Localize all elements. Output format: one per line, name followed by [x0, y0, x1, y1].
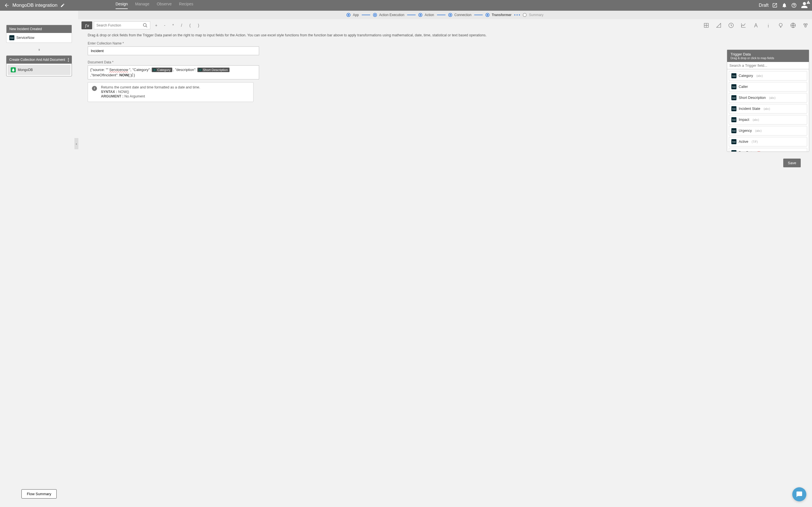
flow-summary-button[interactable]: Flow Summary — [21, 489, 57, 499]
trigger-field[interactable]: nowUrgency(abc) — [729, 126, 807, 135]
nav-manage[interactable]: Manage — [135, 2, 149, 9]
trigger-card-title: New Incident Created — [9, 27, 42, 31]
edit-icon[interactable] — [60, 3, 65, 8]
servicenow-icon: now — [731, 150, 737, 152]
servicenow-icon: now — [731, 73, 737, 78]
action-card-title: Create Collection And Add Document — [9, 58, 65, 62]
svg-point-3 — [779, 23, 782, 26]
trigger-search[interactable] — [727, 62, 809, 69]
servicenow-icon: now — [731, 84, 737, 89]
trigger-panel-title: Trigger Data — [730, 52, 806, 56]
globe-icon[interactable] — [790, 22, 796, 29]
trigger-field[interactable]: nowActive(T/F) — [729, 137, 807, 147]
svg-point-5 — [804, 24, 806, 25]
flow-sidebar: New Incident Created now ServiceNow Crea… — [0, 19, 78, 507]
servicenow-icon: now — [731, 139, 737, 144]
wizard-step-summary[interactable]: Summary — [523, 13, 543, 17]
op-minus[interactable]: - — [160, 21, 169, 29]
trigger-panel-subtitle: Drag & drop or click to map fields — [730, 56, 806, 60]
chart-icon[interactable] — [741, 22, 747, 29]
back-arrow-icon[interactable] — [4, 3, 10, 8]
save-button[interactable]: Save — [783, 159, 801, 167]
servicenow-icon: now — [731, 117, 737, 122]
function-bar: ƒx + - * / ( ) — [78, 19, 812, 32]
app-header: MongoDB integration Design Manage Observ… — [0, 0, 812, 11]
action-card[interactable]: Create Collection And Add Document Mongo… — [6, 55, 72, 76]
trigger-field-list: nowCategory(abc) nowCaller nowShort Desc… — [727, 69, 809, 152]
flow-connector-icon — [6, 48, 72, 53]
servicenow-icon: now — [731, 106, 737, 111]
help-icon[interactable] — [791, 3, 797, 8]
chip-category[interactable]: nwCategory — [152, 68, 172, 72]
trigger-field[interactable]: nowCaller — [729, 82, 807, 92]
wizard-steps: App Action Execution Action Connection T… — [78, 11, 812, 19]
bell-icon[interactable] — [781, 3, 787, 8]
nav-design[interactable]: Design — [116, 2, 128, 9]
wizard-step-action[interactable]: Action — [418, 13, 434, 17]
trigger-card-app: ServiceNow — [16, 36, 35, 40]
text-icon[interactable] — [753, 22, 759, 29]
chat-button[interactable] — [792, 487, 806, 501]
svg-point-2 — [768, 27, 769, 27]
servicenow-icon: now — [731, 95, 737, 100]
clock-icon[interactable] — [728, 22, 734, 29]
action-card-app: MongoDB — [18, 68, 33, 72]
collection-name-input[interactable] — [88, 47, 259, 55]
status-badge: Draft — [759, 3, 769, 8]
gear-icon[interactable] — [802, 22, 809, 29]
function-search[interactable] — [94, 21, 150, 29]
svg-point-0 — [143, 23, 146, 26]
op-multiply[interactable]: * — [169, 21, 177, 29]
trigger-field[interactable]: nowIncident State(abc) — [729, 104, 807, 114]
search-icon — [143, 23, 148, 28]
collection-label: Enter Collection Name * — [88, 41, 802, 45]
instructions-text: Drag & drop or click fields from the Tri… — [78, 32, 812, 41]
fx-icon[interactable]: ƒx — [82, 21, 92, 29]
nav-observe[interactable]: Observe — [157, 2, 172, 9]
warning-icon — [806, 0, 810, 4]
info-icon[interactable] — [765, 22, 771, 29]
chip-short-description[interactable]: nwShort Description — [197, 68, 230, 72]
page-title: MongoDB integration — [12, 3, 57, 8]
trigger-field[interactable]: nowDue Date📅 — [729, 148, 807, 152]
open-external-icon[interactable] — [772, 3, 777, 8]
op-open-paren[interactable]: ( — [186, 21, 194, 29]
servicenow-chip-icon: nw — [153, 68, 156, 71]
chat-icon — [796, 491, 803, 498]
wizard-step-connection[interactable]: Connection — [448, 13, 472, 17]
trigger-data-panel: Trigger Data Drag & drop or click to map… — [727, 50, 809, 152]
trigger-card[interactable]: New Incident Created now ServiceNow — [6, 25, 72, 43]
nav-recipes[interactable]: Recipes — [179, 2, 193, 9]
op-plus[interactable]: + — [152, 21, 160, 29]
op-close-paren[interactable]: ) — [194, 21, 203, 29]
op-divide[interactable]: / — [177, 21, 186, 29]
info-badge-icon: i — [92, 86, 97, 91]
svg-point-6 — [806, 24, 808, 25]
document-data-input[interactable]: {"source: ""Servicenow", "Category": nwC… — [88, 65, 259, 79]
function-search-input[interactable] — [96, 23, 143, 27]
document-data-label: Document Data * — [88, 60, 802, 64]
servicenow-chip-icon: nw — [199, 68, 202, 71]
svg-point-7 — [805, 25, 806, 27]
trigger-field[interactable]: nowImpact(abc) — [729, 115, 807, 124]
trigger-field[interactable]: nowShort Description(abc) — [729, 93, 807, 103]
more-icon[interactable] — [68, 58, 69, 62]
triangle-icon[interactable] — [716, 22, 722, 29]
hint-returns: Returns the current date and time format… — [101, 86, 200, 89]
function-hint: i Returns the current date and time form… — [88, 82, 253, 102]
servicenow-icon: now — [9, 35, 14, 40]
grid-icon[interactable] — [703, 22, 709, 29]
wizard-step-app[interactable]: App — [347, 13, 359, 17]
trigger-search-input[interactable] — [729, 63, 807, 68]
wizard-step-action-exec[interactable]: Action Execution — [373, 13, 404, 17]
servicenow-icon: now — [731, 128, 737, 133]
mongodb-icon — [11, 67, 16, 72]
main-panel: ƒx + - * / ( ) — [78, 19, 812, 507]
header-nav: Design Manage Observe Recipes — [116, 2, 193, 9]
collapse-sidebar-button[interactable]: ‹ — [74, 138, 79, 149]
trigger-field[interactable]: nowCategory(abc) — [729, 71, 807, 80]
wizard-step-transformer[interactable]: Transformer — [486, 13, 511, 17]
bulb-icon[interactable] — [777, 22, 784, 29]
